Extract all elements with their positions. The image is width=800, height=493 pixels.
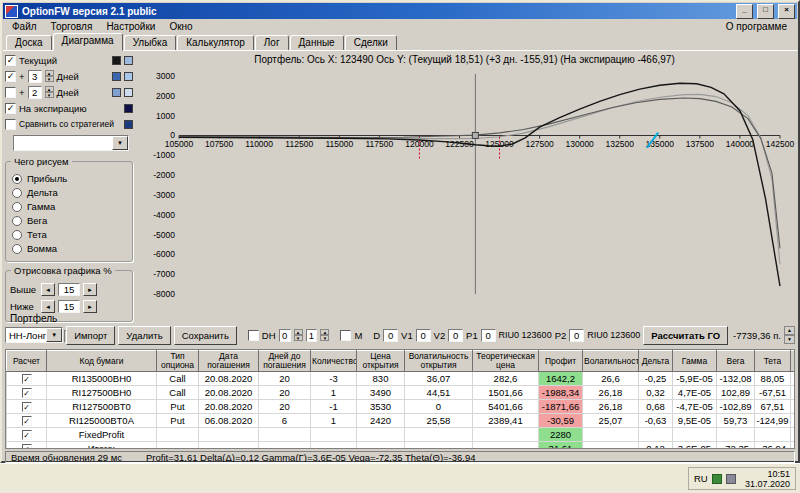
toolbar-scroll[interactable]: ▲▼ <box>784 326 795 344</box>
column-header[interactable]: Волатильность открытия <box>405 351 473 372</box>
column-header[interactable]: Количество <box>311 351 357 372</box>
menu-item-about[interactable]: О программе <box>718 21 795 32</box>
spin-down-icon[interactable]: ▼ <box>45 76 54 82</box>
row-delete-button[interactable]: × <box>791 372 796 386</box>
maximize-button[interactable]: □ <box>757 4 774 19</box>
plus2-checkbox[interactable] <box>5 87 16 98</box>
row-checkbox[interactable]: ✓ <box>22 444 32 449</box>
menu-item-Торговля[interactable]: Торговля <box>44 21 100 32</box>
chevron-down-icon[interactable]: ▼ <box>46 328 62 342</box>
v1-field[interactable]: 0 <box>416 329 431 342</box>
column-header[interactable]: Цена открытия <box>357 351 405 372</box>
compare-checkbox[interactable] <box>5 119 16 130</box>
expiration-color-swatch[interactable] <box>124 104 133 113</box>
tab-Доска[interactable]: Доска <box>6 35 52 51</box>
save-button[interactable]: Сохранить <box>174 326 237 345</box>
price-handle[interactable] <box>472 132 478 138</box>
strategy-select[interactable]: ▼ <box>13 135 129 151</box>
p2-field[interactable]: 0 <box>569 329 584 342</box>
column-header[interactable]: Расчет <box>7 351 47 372</box>
above-increase-button[interactable]: ► <box>83 283 97 296</box>
plus2-color-swatch[interactable] <box>112 88 121 97</box>
chevron-down-icon[interactable]: ▼ <box>112 136 128 150</box>
language-indicator[interactable]: RU <box>694 473 708 484</box>
column-header[interactable] <box>791 351 796 372</box>
tab-Лог[interactable]: Лог <box>255 35 289 51</box>
row-delete-button[interactable]: × <box>791 428 796 442</box>
plus3-color-swatch[interactable] <box>112 72 121 81</box>
v2-field[interactable]: 0 <box>448 329 463 342</box>
plus3-checkbox[interactable]: ✓ <box>5 71 16 82</box>
menu-item-Настройки[interactable]: Настройки <box>99 21 162 32</box>
clock[interactable]: 10:51 31.07.2020 <box>745 469 790 489</box>
row-delete-button[interactable]: × <box>791 442 796 450</box>
p1-field[interactable]: 0 <box>481 329 496 342</box>
radio-option-Гамма[interactable]: Гамма <box>12 201 126 212</box>
close-button[interactable]: × <box>778 4 795 19</box>
current-color-swatch-2[interactable] <box>124 56 133 65</box>
above-decrease-button[interactable]: ◄ <box>41 283 55 296</box>
dh-value-2[interactable]: 1 <box>306 329 318 342</box>
column-header[interactable]: Профит <box>539 351 583 372</box>
title-bar[interactable]: OptionFW версия 2.1 public _ □ × <box>3 3 797 19</box>
row-delete-button[interactable]: × <box>791 400 796 414</box>
column-header[interactable]: Волатильность <box>583 351 639 372</box>
row-checkbox[interactable]: ✓ <box>22 402 32 412</box>
plus3-days-value[interactable]: 3 <box>28 70 42 83</box>
minimize-button[interactable]: _ <box>736 4 753 19</box>
column-header[interactable]: Дельта <box>639 351 673 372</box>
row-checkbox[interactable]: ✓ <box>22 388 32 398</box>
delete-button[interactable]: Удалить <box>118 326 170 345</box>
chart-plot[interactable]: 3000200010000-1000-2000-3000-4000-5000-6… <box>134 68 795 308</box>
dh-spinner-1[interactable]: ▲▼ <box>294 329 303 341</box>
below-value[interactable]: 15 <box>58 300 80 313</box>
spin-down-icon[interactable]: ▼ <box>294 335 303 341</box>
column-header[interactable]: Вега <box>717 351 755 372</box>
tab-Сделки[interactable]: Сделки <box>345 35 397 51</box>
tab-Диаграмма[interactable]: Диаграмма <box>53 33 123 51</box>
row-delete-button[interactable]: × <box>791 386 796 400</box>
column-header[interactable]: Теоретическая цена <box>473 351 539 372</box>
menu-item-Окно[interactable]: Окно <box>162 21 199 32</box>
column-header[interactable]: Тип опциона <box>157 351 199 372</box>
row-checkbox[interactable]: ✓ <box>22 416 32 426</box>
column-header[interactable]: Гамма <box>673 351 717 372</box>
network-icon[interactable] <box>712 474 722 484</box>
row-delete-button[interactable]: × <box>791 414 796 428</box>
column-header[interactable]: Код бумаги <box>47 351 157 372</box>
tab-Калькулятор[interactable]: Калькулятор <box>177 35 254 51</box>
column-header[interactable]: Дата погашения <box>199 351 259 372</box>
column-header[interactable]: Дней до погашения <box>259 351 311 372</box>
radio-option-Тета[interactable]: Тета <box>12 229 126 240</box>
plus2-color-swatch-2[interactable] <box>124 88 133 97</box>
d-field[interactable]: 0 <box>383 329 398 342</box>
tab-Данные[interactable]: Данные <box>290 35 344 51</box>
expiration-checkbox[interactable]: ✓ <box>5 103 16 114</box>
radio-option-Дельта[interactable]: Дельта <box>12 187 126 198</box>
row-checkbox[interactable]: ✓ <box>22 374 32 384</box>
calc-go-button[interactable]: Рассчитать ГО <box>643 326 728 345</box>
scroll-down-icon[interactable]: ▼ <box>784 335 795 344</box>
dh-spinner-2[interactable]: ▲▼ <box>320 329 329 341</box>
spin-down-icon[interactable]: ▼ <box>45 92 54 98</box>
radio-option-Вомма[interactable]: Вомма <box>12 243 126 254</box>
import-button[interactable]: Импорт <box>66 326 115 345</box>
row-checkbox[interactable]: ✓ <box>22 430 32 440</box>
m-checkbox[interactable] <box>340 330 351 341</box>
spin-down-icon[interactable]: ▼ <box>320 335 329 341</box>
below-increase-button[interactable]: ► <box>83 300 97 313</box>
plus2-days-value[interactable]: 2 <box>28 86 42 99</box>
scroll-up-icon[interactable]: ▲ <box>784 326 795 335</box>
radio-option-Прибыль[interactable]: Прибыль <box>12 173 126 184</box>
radio-option-Вега[interactable]: Вега <box>12 215 126 226</box>
tab-Улыбка[interactable]: Улыбка <box>124 35 177 51</box>
below-decrease-button[interactable]: ◄ <box>41 300 55 313</box>
above-value[interactable]: 15 <box>58 283 80 296</box>
plus3-spinner[interactable]: ▲▼ <box>45 70 54 82</box>
compare-color-swatch[interactable] <box>124 120 133 129</box>
current-color-swatch[interactable] <box>112 56 121 65</box>
dh-checkbox[interactable] <box>248 330 259 341</box>
menu-item-Файл[interactable]: Файл <box>5 21 44 32</box>
current-checkbox[interactable]: ✓ <box>5 55 16 66</box>
column-header[interactable]: Тета <box>755 351 791 372</box>
